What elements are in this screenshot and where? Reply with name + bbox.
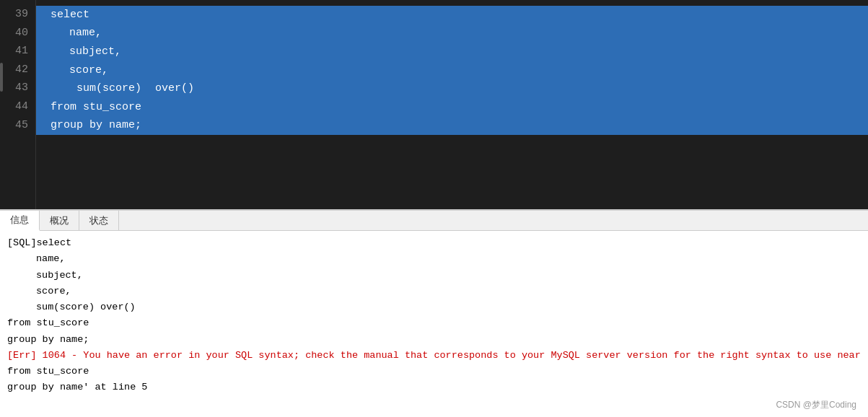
line-numbers: 39 40 41 42 43 44 45 xyxy=(0,0,36,209)
output-error: [Err] 1064 - You have an error in your S… xyxy=(7,348,861,364)
branding-text: CSDN @梦里Coding xyxy=(776,399,856,411)
output-score: score, xyxy=(7,284,861,299)
code-line-41: subject, xyxy=(36,43,868,61)
tab-info[interactable]: 信息 xyxy=(0,211,40,231)
output-sql-label: [SQL]select xyxy=(7,235,861,251)
line-num-44: 44 xyxy=(10,98,28,117)
tab-bar: 信息 概况 状态 xyxy=(0,211,868,231)
line-num-41: 41 xyxy=(10,43,28,61)
code-editor: 39 40 41 42 43 44 45 select name, subjec… xyxy=(0,0,868,209)
code-line-43: sum(score) over() xyxy=(36,79,868,98)
output-error-from: from stu_score xyxy=(7,364,861,379)
code-line-44: from stu_score xyxy=(36,98,868,117)
output-group: group by name; xyxy=(7,332,861,348)
scroll-indicator xyxy=(0,63,3,92)
output-error-group: group by name' at line 5 xyxy=(7,379,861,395)
code-lines: select name, subject, score, sum(score) … xyxy=(36,0,868,209)
code-line-42: score, xyxy=(36,61,868,80)
output-sum: sum(score) over() xyxy=(7,299,861,315)
line-num-40: 40 xyxy=(10,25,28,43)
output-name: name, xyxy=(7,251,861,267)
code-line-39: select xyxy=(36,6,868,25)
code-line-45: group by name; xyxy=(36,117,868,136)
output-from: from stu_score xyxy=(7,315,861,331)
code-line-40: name, xyxy=(36,25,868,43)
bottom-panel: 信息 概况 状态 [SQL]select name, subject, scor… xyxy=(0,209,868,417)
output-area: [SQL]select name, subject, score, sum(sc… xyxy=(0,231,868,417)
line-num-39: 39 xyxy=(10,6,28,25)
line-num-43: 43 xyxy=(10,79,28,98)
tab-overview[interactable]: 概况 xyxy=(40,211,79,230)
line-num-45: 45 xyxy=(10,117,28,136)
output-subject: subject, xyxy=(7,268,861,284)
tab-status[interactable]: 状态 xyxy=(79,211,119,230)
line-num-42: 42 xyxy=(10,61,28,80)
